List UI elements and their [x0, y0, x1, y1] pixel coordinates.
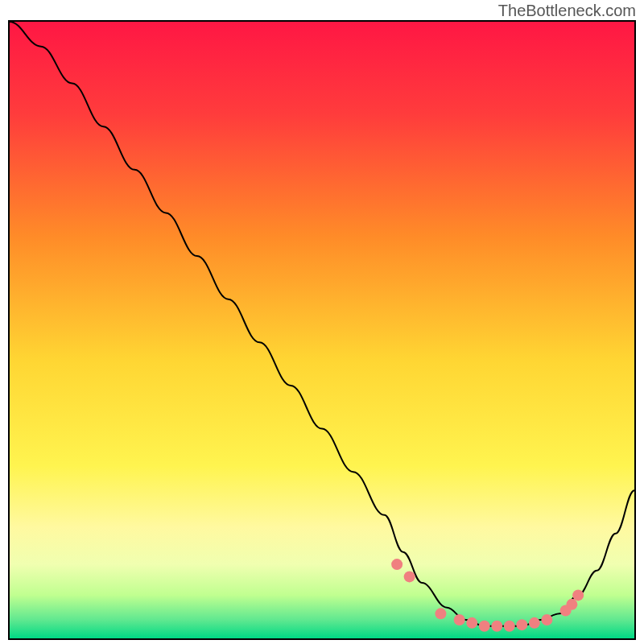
marker-dot [504, 621, 515, 632]
marker-dot [566, 599, 577, 610]
marker-dot [404, 571, 415, 582]
marker-dot [491, 621, 502, 632]
marker-dot [435, 608, 446, 619]
marker-dot [466, 617, 477, 629]
marker-dot [516, 619, 527, 630]
marker-dot [541, 614, 552, 625]
marker-dot [454, 614, 465, 625]
gradient-background [10, 22, 634, 638]
chart-plot-area [8, 20, 636, 640]
marker-dot [529, 617, 540, 629]
marker-dot [572, 589, 584, 601]
marker-dot [391, 559, 402, 570]
chart-svg [10, 22, 634, 638]
watermark-label: TheBottleneck.com [498, 2, 636, 20]
marker-dot [479, 621, 490, 632]
